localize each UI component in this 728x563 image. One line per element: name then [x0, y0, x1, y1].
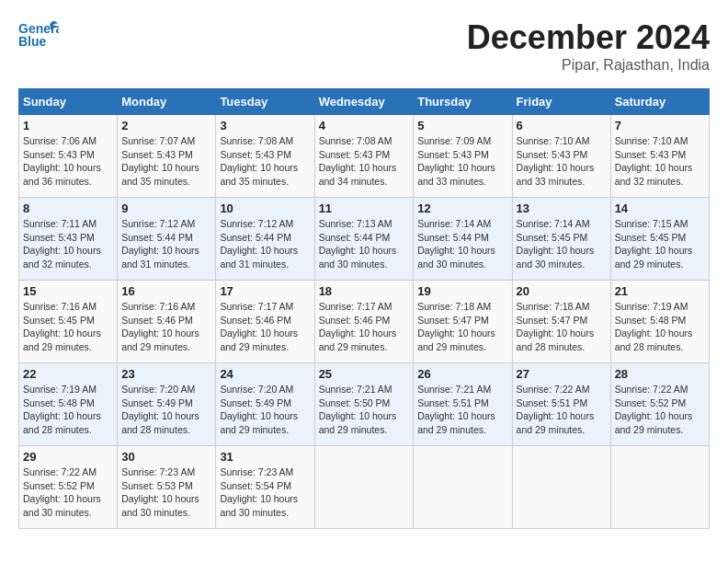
day-info: Sunrise: 7:10 AM Sunset: 5:43 PM Dayligh… [615, 134, 705, 189]
calendar-cell: 9 Sunrise: 7:12 AM Sunset: 5:44 PM Dayli… [118, 198, 216, 281]
day-number: 21 [615, 284, 705, 298]
calendar-cell: 17 Sunrise: 7:17 AM Sunset: 5:46 PM Dayl… [216, 281, 314, 363]
calendar-cell: 15 Sunrise: 7:16 AM Sunset: 5:45 PM Dayl… [19, 281, 118, 363]
calendar-week-5: 29 Sunrise: 7:22 AM Sunset: 5:52 PM Dayl… [19, 446, 710, 529]
day-number: 22 [23, 367, 113, 381]
day-number: 10 [220, 201, 310, 215]
day-info: Sunrise: 7:13 AM Sunset: 5:44 PM Dayligh… [319, 217, 410, 271]
day-info: Sunrise: 7:18 AM Sunset: 5:47 PM Dayligh… [417, 300, 507, 354]
day-number: 7 [615, 119, 705, 132]
day-number: 20 [517, 284, 607, 298]
day-info: Sunrise: 7:22 AM Sunset: 5:52 PM Dayligh… [615, 383, 705, 437]
day-info: Sunrise: 7:14 AM Sunset: 5:45 PM Dayligh… [517, 217, 607, 271]
calendar-col-monday: Monday [118, 89, 216, 115]
day-number: 8 [23, 201, 113, 215]
calendar-body: 1 Sunrise: 7:06 AM Sunset: 5:43 PM Dayli… [19, 115, 710, 529]
day-info: Sunrise: 7:23 AM Sunset: 5:54 PM Dayligh… [220, 465, 310, 520]
calendar-cell: 8 Sunrise: 7:11 AM Sunset: 5:43 PM Dayli… [19, 198, 118, 281]
calendar-week-1: 1 Sunrise: 7:06 AM Sunset: 5:43 PM Dayli… [19, 115, 710, 198]
calendar-col-tuesday: Tuesday [216, 89, 314, 115]
day-info: Sunrise: 7:11 AM Sunset: 5:43 PM Dayligh… [23, 217, 113, 271]
day-info: Sunrise: 7:06 AM Sunset: 5:43 PM Dayligh… [23, 134, 113, 189]
day-info: Sunrise: 7:15 AM Sunset: 5:45 PM Dayligh… [615, 217, 705, 271]
day-number: 31 [220, 450, 310, 464]
calendar-cell: 31 Sunrise: 7:23 AM Sunset: 5:54 PM Dayl… [216, 446, 314, 529]
day-number: 23 [121, 367, 211, 381]
svg-text:Blue: Blue [18, 34, 47, 49]
day-number: 2 [121, 119, 211, 132]
day-number: 9 [121, 201, 211, 215]
day-number: 17 [220, 284, 310, 298]
calendar-col-sunday: Sunday [19, 89, 118, 115]
calendar-cell: 10 Sunrise: 7:12 AM Sunset: 5:44 PM Dayl… [216, 198, 314, 281]
calendar-cell: 25 Sunrise: 7:21 AM Sunset: 5:50 PM Dayl… [314, 363, 414, 446]
calendar-cell: 13 Sunrise: 7:14 AM Sunset: 5:45 PM Dayl… [512, 198, 610, 281]
logo: General Blue [18, 18, 59, 52]
calendar-cell: 6 Sunrise: 7:10 AM Sunset: 5:43 PM Dayli… [512, 115, 610, 198]
day-info: Sunrise: 7:14 AM Sunset: 5:44 PM Dayligh… [417, 217, 507, 271]
calendar-col-thursday: Thursday [414, 89, 512, 115]
day-number: 12 [417, 201, 507, 215]
calendar-cell: 5 Sunrise: 7:09 AM Sunset: 5:43 PM Dayli… [414, 115, 512, 198]
calendar-cell: 16 Sunrise: 7:16 AM Sunset: 5:46 PM Dayl… [118, 281, 216, 363]
day-info: Sunrise: 7:09 AM Sunset: 5:43 PM Dayligh… [417, 134, 507, 189]
calendar-col-saturday: Saturday [610, 89, 709, 115]
day-number: 26 [417, 367, 507, 381]
calendar-cell: 4 Sunrise: 7:08 AM Sunset: 5:43 PM Dayli… [314, 115, 414, 198]
day-number: 19 [417, 284, 507, 298]
day-info: Sunrise: 7:20 AM Sunset: 5:49 PM Dayligh… [121, 383, 211, 437]
calendar-cell: 19 Sunrise: 7:18 AM Sunset: 5:47 PM Dayl… [414, 281, 512, 363]
day-info: Sunrise: 7:08 AM Sunset: 5:43 PM Dayligh… [319, 134, 410, 189]
day-number: 15 [23, 284, 113, 298]
day-info: Sunrise: 7:20 AM Sunset: 5:49 PM Dayligh… [220, 383, 310, 437]
calendar-cell: 23 Sunrise: 7:20 AM Sunset: 5:49 PM Dayl… [118, 363, 216, 446]
day-info: Sunrise: 7:21 AM Sunset: 5:50 PM Dayligh… [319, 383, 410, 437]
calendar-cell: 2 Sunrise: 7:07 AM Sunset: 5:43 PM Dayli… [118, 115, 216, 198]
logo-icon: General Blue [18, 18, 59, 52]
calendar-cell: 28 Sunrise: 7:22 AM Sunset: 5:52 PM Dayl… [610, 363, 709, 446]
calendar-cell: 22 Sunrise: 7:19 AM Sunset: 5:48 PM Dayl… [19, 363, 118, 446]
calendar-cell: 26 Sunrise: 7:21 AM Sunset: 5:51 PM Dayl… [414, 363, 512, 446]
day-number: 30 [121, 450, 211, 464]
day-number: 3 [220, 119, 310, 132]
calendar-week-4: 22 Sunrise: 7:19 AM Sunset: 5:48 PM Dayl… [19, 363, 710, 446]
day-info: Sunrise: 7:10 AM Sunset: 5:43 PM Dayligh… [517, 134, 607, 189]
calendar-cell: 24 Sunrise: 7:20 AM Sunset: 5:49 PM Dayl… [216, 363, 314, 446]
calendar-cell [414, 446, 512, 529]
calendar-table: SundayMondayTuesdayWednesdayThursdayFrid… [18, 88, 710, 529]
day-number: 11 [319, 201, 410, 215]
day-number: 5 [417, 119, 507, 132]
day-info: Sunrise: 7:16 AM Sunset: 5:46 PM Dayligh… [121, 300, 211, 354]
calendar-cell: 11 Sunrise: 7:13 AM Sunset: 5:44 PM Dayl… [314, 198, 414, 281]
day-number: 14 [615, 201, 705, 215]
day-info: Sunrise: 7:07 AM Sunset: 5:43 PM Dayligh… [121, 134, 211, 189]
day-number: 27 [517, 367, 607, 381]
calendar-cell: 14 Sunrise: 7:15 AM Sunset: 5:45 PM Dayl… [610, 198, 709, 281]
day-info: Sunrise: 7:17 AM Sunset: 5:46 PM Dayligh… [220, 300, 310, 354]
calendar-col-wednesday: Wednesday [314, 89, 414, 115]
day-info: Sunrise: 7:17 AM Sunset: 5:46 PM Dayligh… [319, 300, 410, 354]
day-number: 18 [319, 284, 410, 298]
day-number: 13 [517, 201, 607, 215]
day-number: 16 [121, 284, 211, 298]
day-info: Sunrise: 7:08 AM Sunset: 5:43 PM Dayligh… [220, 134, 310, 189]
calendar-week-3: 15 Sunrise: 7:16 AM Sunset: 5:45 PM Dayl… [19, 281, 710, 363]
page-header: General Blue December 2024 Pipar, Rajast… [18, 18, 710, 74]
calendar-cell: 27 Sunrise: 7:22 AM Sunset: 5:51 PM Dayl… [512, 363, 610, 446]
day-info: Sunrise: 7:12 AM Sunset: 5:44 PM Dayligh… [121, 217, 211, 271]
calendar-cell [512, 446, 610, 529]
calendar-cell: 3 Sunrise: 7:08 AM Sunset: 5:43 PM Dayli… [216, 115, 314, 198]
day-info: Sunrise: 7:22 AM Sunset: 5:52 PM Dayligh… [23, 465, 113, 520]
day-info: Sunrise: 7:23 AM Sunset: 5:53 PM Dayligh… [121, 465, 211, 520]
title-block: December 2024 Pipar, Rajasthan, India [467, 18, 710, 74]
calendar-cell: 29 Sunrise: 7:22 AM Sunset: 5:52 PM Dayl… [19, 446, 118, 529]
day-info: Sunrise: 7:21 AM Sunset: 5:51 PM Dayligh… [417, 383, 507, 437]
calendar-cell [314, 446, 414, 529]
calendar-cell: 30 Sunrise: 7:23 AM Sunset: 5:53 PM Dayl… [118, 446, 216, 529]
calendar-cell: 18 Sunrise: 7:17 AM Sunset: 5:46 PM Dayl… [314, 281, 414, 363]
day-info: Sunrise: 7:12 AM Sunset: 5:44 PM Dayligh… [220, 217, 310, 271]
calendar-week-2: 8 Sunrise: 7:11 AM Sunset: 5:43 PM Dayli… [19, 198, 710, 281]
day-number: 4 [319, 119, 410, 132]
calendar-cell: 7 Sunrise: 7:10 AM Sunset: 5:43 PM Dayli… [610, 115, 709, 198]
calendar-header-row: SundayMondayTuesdayWednesdayThursdayFrid… [19, 89, 710, 115]
